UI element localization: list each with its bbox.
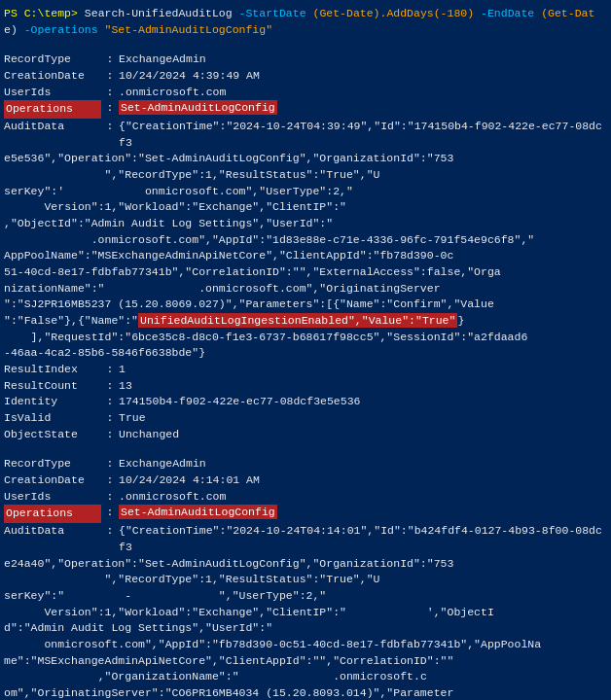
value-recordtype-2: ExchangeAdmin [119, 456, 607, 472]
value-startdate: (Get-Date).AddDays(-180) [312, 7, 474, 19]
label-resultindex-1: ResultIndex [4, 362, 101, 378]
record2-auditdata-row: AuditData : {"CreationTime":"2024-10-24T… [4, 523, 607, 555]
record2-creationdate-row: CreationDate : 10/24/2024 4:14:01 AM [4, 472, 607, 489]
param-ops: -Operations [24, 23, 98, 36]
record1-identity-row: Identity : 174150b4-f902-422e-ec77-08dcf… [4, 394, 607, 410]
value-auditdata-1: {"CreationTime":"2024-10-24T04:39:49","I… [119, 119, 607, 151]
label-objectstate-1: ObjectState [4, 427, 101, 443]
label-auditdata-1: AuditData [4, 119, 101, 151]
label-userids-2: UserIds [4, 489, 101, 506]
label-creationdate: CreationDate [4, 68, 101, 85]
command-line: PS C:\temp> Search-UnifiedAuditLog -Star… [4, 6, 607, 22]
value-objectstate-1: Unchanged [119, 427, 607, 443]
record1-auditdata-row: AuditData : {"CreationTime":"2024-10-24T… [4, 119, 607, 151]
value-auditdata-2: {"CreationTime":"2024-10-24T04:14:01","I… [119, 523, 607, 555]
label-operations-1: Operations [4, 100, 101, 119]
command-line-2: e) -Operations "Set-AdminAuditLogConfig" [4, 22, 607, 39]
terminal-output: PS C:\temp> Search-UnifiedAuditLog -Star… [4, 6, 607, 700]
value-identity-1: 174150b4-f902-422e-ec77-08dcf3e5e536 [119, 394, 607, 410]
record1-userids-row: UserIds : .onmicrosoft.com [4, 85, 607, 101]
record2-recordtype-row: RecordType : ExchangeAdmin [4, 456, 607, 472]
value-ops: "Set-AdminAuditLogConfig" [105, 23, 273, 36]
value-resultindex-1: 1 [119, 362, 607, 378]
auditdata-2-body: e24a40","Operation":"Set-AdminAuditLogCo… [4, 556, 607, 701]
command-name: Search-UnifiedAuditLog [85, 7, 233, 19]
label-creationdate-2: CreationDate [4, 472, 101, 489]
value-operations-2: Set-AdminAuditLogConfig [119, 505, 277, 519]
label-isvalid-1: IsValid [4, 410, 101, 427]
param-unified-1: UnifiedAuditLogIngestionEnabled","Value"… [138, 313, 457, 328]
value-operations-1: Set-AdminAuditLogConfig [119, 100, 277, 115]
record1-isvalid-row: IsValid : True [4, 410, 607, 427]
value-creationdate-2: 10/24/2024 4:14:01 AM [119, 472, 607, 489]
command-wrap: e) [4, 23, 24, 36]
label-identity-1: Identity [4, 394, 101, 410]
value-creationdate: 10/24/2024 4:39:49 AM [119, 68, 607, 85]
auditdata-1-body: e5e536","Operation":"Set-AdminAuditLogCo… [4, 151, 607, 362]
label-recordtype-2: RecordType [4, 456, 101, 472]
value-userids-2: .onmicrosoft.com [119, 489, 607, 506]
value-userids: .onmicrosoft.com [119, 85, 607, 101]
record1-resultcount-row: ResultCount : 13 [4, 378, 607, 395]
label-recordtype: RecordType [4, 52, 101, 68]
label-operations-2: Operations [4, 505, 101, 523]
prompt: PS C:\temp> [4, 7, 85, 19]
record2-operations-row: Operations : Set-AdminAuditLogConfig [4, 505, 607, 523]
record1-recordtype-row: RecordType : ExchangeAdmin [4, 52, 607, 68]
value-isvalid-1: True [119, 410, 607, 427]
param-enddate: -EndDate [481, 7, 534, 19]
param-startdate: -StartDate [239, 7, 306, 19]
record1-operations-row: Operations : Set-AdminAuditLogConfig [4, 100, 607, 119]
record1-creationdate-row: CreationDate : 10/24/2024 4:39:49 AM [4, 68, 607, 85]
record1-objectstate-row: ObjectState : Unchanged [4, 427, 607, 443]
record2-userids-row: UserIds : .onmicrosoft.com [4, 489, 607, 506]
label-auditdata-2: AuditData [4, 523, 101, 555]
label-resultcount: ResultCount [4, 378, 101, 395]
value-recordtype: ExchangeAdmin [119, 52, 607, 68]
record1-resultindex-row: ResultIndex : 1 [4, 362, 607, 378]
value-enddate: (Get-Dat [541, 7, 594, 19]
label-userids: UserIds [4, 85, 101, 101]
value-resultcount: 13 [119, 378, 607, 395]
